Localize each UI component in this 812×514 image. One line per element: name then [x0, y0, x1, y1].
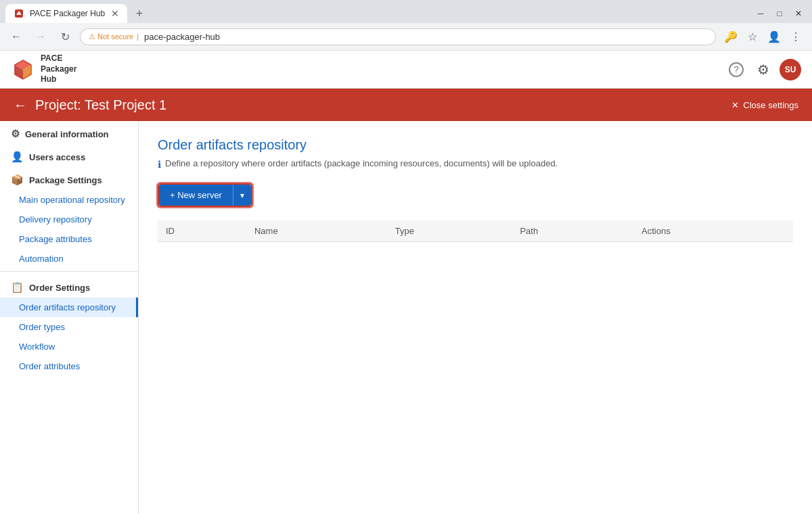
browser-chrome: PACE Packager Hub ✕ + ─ □ ✕ ← → ↻ ⚠ Not …	[0, 0, 812, 51]
reload-button[interactable]: ↻	[55, 27, 74, 46]
app-logo: PACE Packager Hub	[11, 53, 76, 85]
sidebar-item-order-types[interactable]: Order types	[0, 317, 138, 337]
sidebar-item-order-attributes[interactable]: Order attributes	[0, 356, 138, 376]
new-server-dropdown-button[interactable]: ▾	[233, 185, 251, 206]
sidebar-section-order-settings[interactable]: 📋 Order Settings	[0, 275, 138, 298]
new-tab-button[interactable]: +	[130, 4, 149, 23]
col-actions: Actions	[633, 220, 793, 242]
artifacts-table: ID Name Type Path Actions	[158, 220, 793, 242]
tab-label: PACE Packager Hub	[30, 9, 106, 18]
close-settings-button[interactable]: ✕ Close settings	[731, 100, 798, 110]
info-icon: ℹ	[158, 159, 161, 170]
menu-button[interactable]: ⋮	[786, 27, 805, 46]
col-path: Path	[512, 220, 633, 242]
general-info-icon: ⚙	[11, 128, 20, 140]
account-button[interactable]: 👤	[765, 27, 784, 46]
tab-favicon	[14, 8, 24, 19]
sidebar-item-users-access[interactable]: 👤 Users access	[0, 144, 138, 167]
warning-icon: ⚠	[89, 32, 95, 41]
sidebar-section-package-settings[interactable]: 📦 Package Settings	[0, 167, 138, 190]
forward-button[interactable]: →	[31, 27, 50, 46]
key-icon-button[interactable]: 🔑	[721, 27, 740, 46]
main-content: Order artifacts repository ℹ Define a re…	[139, 121, 812, 514]
tab-close-button[interactable]: ✕	[111, 8, 119, 19]
sidebar: ⚙ General information 👤 Users access 📦 P…	[0, 121, 139, 514]
back-button[interactable]: ←	[7, 27, 26, 46]
new-server-button-wrapper: + New server ▾	[158, 183, 252, 207]
col-id: ID	[158, 220, 246, 242]
users-icon: 👤	[11, 151, 24, 163]
app-body: ⚙ General information 👤 Users access 📦 P…	[0, 121, 812, 514]
logo-icon	[11, 57, 35, 82]
page-description: ℹ Define a repository where order artifa…	[158, 158, 793, 170]
sidebar-item-automation[interactable]: Automation	[0, 249, 138, 268]
sidebar-divider	[0, 271, 138, 272]
toolbar-icons: 🔑 ☆ 👤 ⋮	[721, 27, 805, 46]
col-name: Name	[246, 220, 387, 242]
page-title: Order artifacts repository	[158, 137, 793, 153]
col-type: Type	[387, 220, 512, 242]
sidebar-item-main-operational-repository[interactable]: Main operational repository	[0, 190, 138, 210]
security-warning: ⚠ Not secure |	[89, 32, 140, 41]
app-header: PACE Packager Hub ? ⚙ SU	[0, 51, 812, 89]
sidebar-item-delivery-repository[interactable]: Delivery repository	[0, 210, 138, 229]
maximize-button[interactable]: □	[771, 5, 788, 22]
new-server-button[interactable]: + New server	[159, 185, 233, 206]
dropdown-arrow-icon: ▾	[240, 191, 244, 200]
window-controls: ─ □ ✕	[752, 5, 807, 22]
table-header-row: ID Name Type Path Actions	[158, 220, 793, 242]
gear-icon: ⚙	[757, 62, 769, 78]
back-to-projects-button[interactable]: ←	[14, 97, 27, 113]
logo-text: PACE Packager Hub	[41, 53, 76, 85]
settings-button[interactable]: ⚙	[752, 59, 774, 80]
sidebar-item-general-information[interactable]: ⚙ General information	[0, 121, 138, 144]
back-arrow-icon: ←	[14, 97, 27, 113]
app-header-actions: ? ⚙ SU	[725, 59, 801, 80]
sidebar-item-order-artifacts-repository[interactable]: Order artifacts repository	[0, 298, 138, 317]
sidebar-item-workflow[interactable]: Workflow	[0, 337, 138, 356]
bookmark-button[interactable]: ☆	[743, 27, 762, 46]
browser-toolbar: ← → ↻ ⚠ Not secure | pace-packager-hub 🔑…	[0, 23, 812, 50]
table-header: ID Name Type Path Actions	[158, 220, 793, 242]
address-bar[interactable]: ⚠ Not secure | pace-packager-hub	[80, 28, 716, 45]
url-text: pace-packager-hub	[144, 32, 707, 42]
user-avatar-button[interactable]: SU	[780, 59, 801, 80]
help-button[interactable]: ?	[725, 59, 747, 80]
browser-tab[interactable]: PACE Packager Hub ✕	[5, 4, 127, 23]
project-title: Project: Test Project 1	[35, 97, 731, 113]
close-icon: ✕	[731, 100, 739, 110]
sidebar-item-package-attributes[interactable]: Package attributes	[0, 229, 138, 249]
project-bar: ← Project: Test Project 1 ✕ Close settin…	[0, 89, 812, 121]
order-settings-icon: 📋	[11, 281, 24, 294]
minimize-button[interactable]: ─	[752, 5, 769, 22]
package-settings-icon: 📦	[11, 174, 24, 186]
browser-titlebar: PACE Packager Hub ✕ + ─ □ ✕	[0, 0, 812, 23]
help-icon: ?	[729, 62, 744, 77]
close-window-button[interactable]: ✕	[790, 5, 807, 22]
